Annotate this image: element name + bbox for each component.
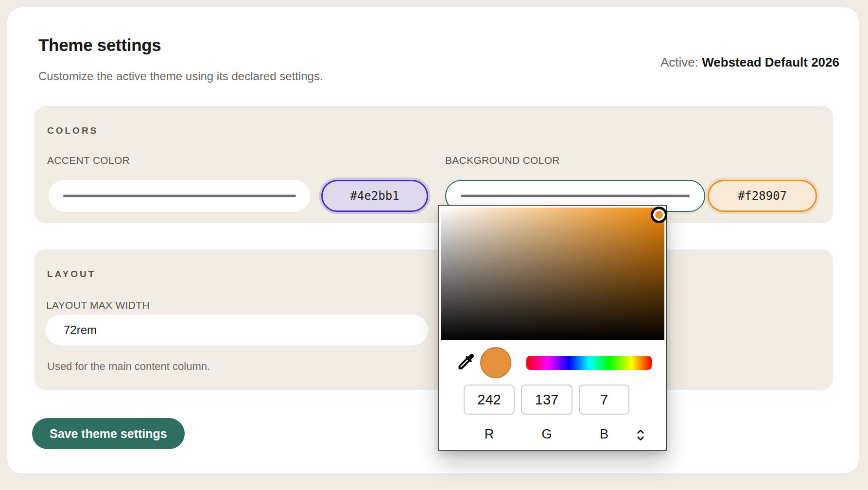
theme-settings-card: Theme settings Customize the active them… [7, 7, 859, 474]
colors-heading: COLORS [47, 125, 98, 136]
background-color-label: BACKGROUND COLOR [445, 155, 560, 166]
layout-max-width-input[interactable] [45, 315, 428, 346]
page-subtitle: Customize the active theme using its dec… [38, 70, 323, 83]
layout-panel: LAYOUT LAYOUT MAX WIDTH Used for the mai… [35, 249, 833, 390]
layout-max-width-help: Used for the main content column. [47, 360, 210, 373]
current-color-preview [480, 347, 511, 378]
background-color-swatch[interactable]: #f28907 [708, 180, 817, 212]
accent-color-hex: #4e2bb1 [350, 189, 399, 203]
channel-mode-stepper[interactable] [634, 428, 647, 444]
background-color-track [461, 195, 690, 197]
green-channel-label: G [521, 427, 573, 442]
active-theme-label: Active: [660, 55, 698, 70]
layout-max-width-label: LAYOUT MAX WIDTH [46, 299, 150, 311]
channel-mode-stepper-icon [634, 428, 647, 442]
accent-color-swatch[interactable]: #4e2bb1 [321, 180, 428, 212]
accent-color-label: ACCENT COLOR [47, 155, 130, 166]
layout-heading: LAYOUT [47, 269, 96, 280]
blue-channel-input[interactable] [579, 385, 629, 415]
active-theme-line: Active: Webstead Default 2026 [660, 55, 839, 70]
blue-channel-label: B [579, 427, 629, 442]
accent-color-track [63, 195, 296, 197]
saturation-handle[interactable] [651, 207, 667, 223]
background-color-hex: #f28907 [738, 189, 787, 203]
green-channel-input[interactable] [521, 385, 573, 415]
eyedropper-button[interactable] [453, 351, 477, 375]
page-background: Theme settings Customize the active them… [0, 0, 868, 490]
saturation-brightness-area[interactable] [441, 208, 664, 340]
red-channel-input[interactable] [464, 385, 515, 415]
hue-slider[interactable] [526, 356, 652, 370]
save-theme-settings-button[interactable]: Save theme settings [32, 418, 185, 449]
colors-panel: COLORS ACCENT COLOR #4e2bb1 BACKGROUND C… [35, 106, 833, 223]
page-title: Theme settings [38, 35, 161, 55]
active-theme-name: Webstead Default 2026 [702, 55, 839, 70]
eyedropper-icon [454, 351, 476, 374]
color-picker-popup: R G B [438, 205, 667, 451]
accent-color-slider[interactable] [49, 180, 311, 212]
red-channel-label: R [464, 427, 515, 442]
